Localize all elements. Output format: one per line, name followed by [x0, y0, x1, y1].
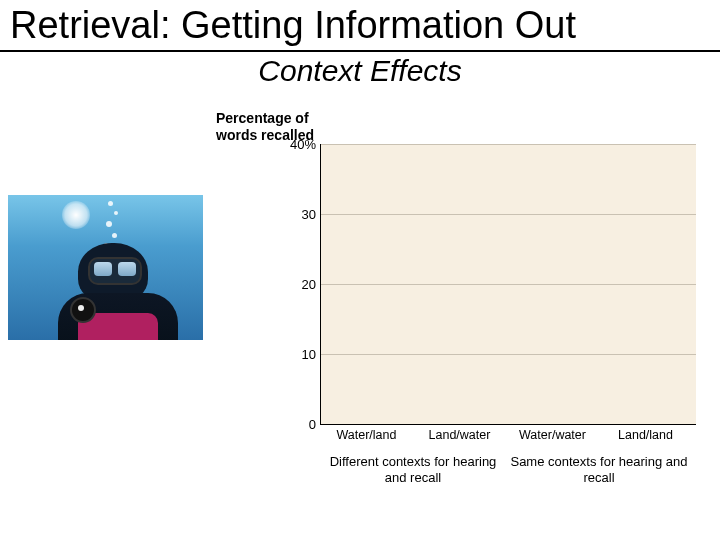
- x-cat-0: Water/land: [320, 428, 413, 442]
- gridline-20: [321, 284, 696, 285]
- gridline-40: [321, 144, 696, 145]
- gridline-30: [321, 214, 696, 215]
- sun-glare: [62, 201, 90, 229]
- x-cat-1: Land/water: [413, 428, 506, 442]
- gridline-10: [321, 354, 696, 355]
- x-group-same: Same contexts for hearing and recall: [506, 454, 692, 487]
- dive-mask-icon: [88, 257, 142, 285]
- x-cat-2: Water/water: [506, 428, 599, 442]
- diver-photo: [8, 195, 203, 340]
- y-tick-10: 10: [290, 347, 316, 362]
- y-tick-30: 30: [290, 207, 316, 222]
- slide: Retrieval: Getting Information Out Conte…: [0, 0, 720, 540]
- slide-subtitle: Context Effects: [0, 54, 720, 88]
- y-tick-20: 20: [290, 277, 316, 292]
- plot-area: [320, 144, 696, 425]
- slide-title: Retrieval: Getting Information Out: [10, 4, 710, 47]
- title-underline: [0, 50, 720, 52]
- y-tick-0: 0: [290, 417, 316, 432]
- x-cat-3: Land/land: [599, 428, 692, 442]
- context-effects-chart: Percentage of words recalled 40% 30 20 1…: [210, 104, 710, 504]
- y-tick-40: 40%: [290, 137, 316, 152]
- regulator-icon: [70, 297, 96, 323]
- x-group-different: Different contexts for hearing and recal…: [320, 454, 506, 487]
